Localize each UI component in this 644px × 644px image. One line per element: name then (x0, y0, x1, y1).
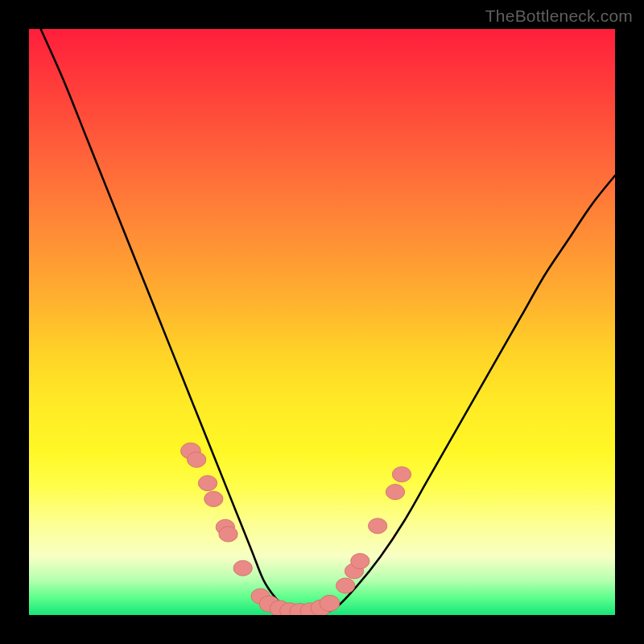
curve-marker (386, 485, 404, 500)
curve-marker (198, 476, 217, 491)
curve-marker (188, 452, 206, 468)
chart-frame: TheBottleneck.com (0, 0, 644, 644)
watermark-text: TheBottleneck.com (485, 6, 633, 26)
curve-marker (369, 518, 387, 534)
curve-marker (336, 578, 354, 593)
curve-layer (29, 29, 615, 615)
curve-markers (181, 443, 411, 615)
curve-marker (392, 467, 411, 482)
curve-marker (320, 595, 340, 611)
bottleneck-curve (41, 29, 615, 615)
curve-marker (219, 526, 237, 542)
curve-marker (204, 491, 223, 506)
plot-area (29, 29, 615, 615)
curve-marker (233, 560, 252, 576)
curve-marker (351, 553, 369, 568)
